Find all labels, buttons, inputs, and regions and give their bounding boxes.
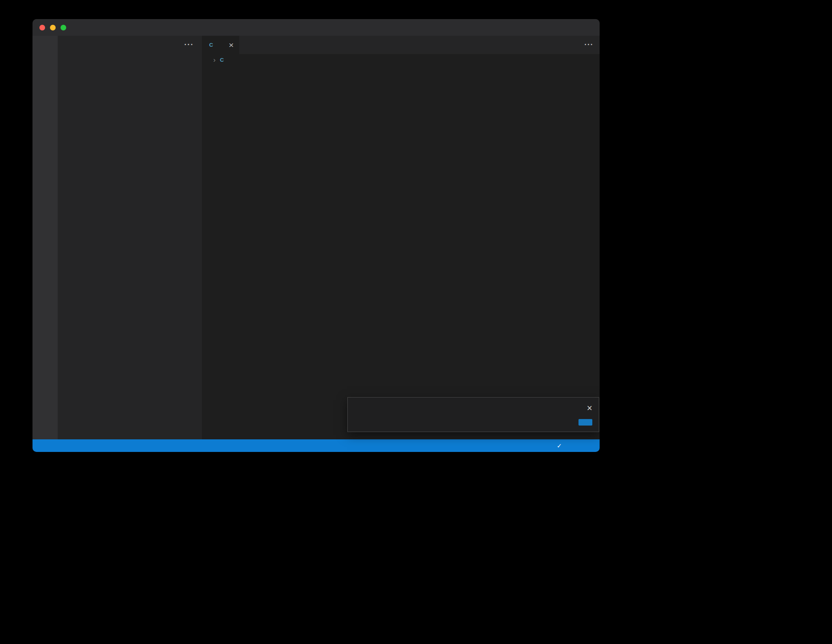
open-changes-icon[interactable]	[526, 41, 535, 49]
vscode-window: ··· C ×	[32, 19, 600, 452]
layout-controls	[545, 24, 600, 32]
feedback-icon[interactable]	[572, 442, 579, 449]
traffic-lights	[32, 25, 66, 30]
toggle-sidebar-icon[interactable]	[545, 24, 553, 32]
code-area[interactable]	[202, 66, 555, 439]
info-icon	[354, 404, 363, 413]
editor-group: C × ··· › C	[202, 36, 600, 439]
tabnine-icon	[115, 442, 122, 449]
notification-close-icon[interactable]: ×	[587, 404, 592, 412]
editor-actions: ···	[511, 36, 600, 54]
status-bar: ✓	[32, 439, 600, 452]
navigate-forward-icon[interactable]	[541, 41, 549, 49]
notification-toast: ×	[347, 397, 599, 432]
breadcrumb[interactable]: › C	[202, 54, 600, 66]
minimap[interactable]	[555, 66, 600, 439]
git-branch-icon	[38, 442, 45, 449]
blame-annotation[interactable]	[239, 66, 555, 76]
tab-main-c[interactable]: C ×	[202, 36, 239, 54]
minimize-window-button[interactable]	[50, 25, 56, 30]
check-icon: ✓	[557, 442, 562, 450]
timeline-icon[interactable]	[555, 41, 564, 49]
navigate-back-icon[interactable]	[511, 41, 520, 49]
toggle-panel-icon[interactable]	[559, 24, 567, 32]
file-tree	[58, 53, 202, 439]
spell-check-status[interactable]: ✓	[557, 442, 564, 450]
c-file-icon: C	[219, 57, 225, 63]
tree-root-pipex[interactable]	[58, 53, 202, 65]
split-editor-icon[interactable]	[570, 41, 578, 49]
more-actions-icon[interactable]: ···	[585, 41, 594, 49]
status-branch[interactable]	[38, 442, 47, 449]
tabnine-status[interactable]	[115, 442, 124, 449]
notification-settings-icon[interactable]	[573, 404, 581, 412]
git-graph-icon[interactable]	[67, 442, 74, 449]
zoom-window-button[interactable]	[61, 25, 66, 30]
toggle-secondary-sidebar-icon[interactable]	[572, 24, 580, 32]
sidebar: ···	[58, 36, 202, 439]
chevron-right-icon: ›	[213, 56, 216, 64]
errors-icon	[81, 442, 88, 449]
sync-icon[interactable]	[54, 442, 61, 449]
customize-layout-icon[interactable]	[585, 24, 594, 32]
more-actions-icon[interactable]: ···	[184, 40, 194, 49]
sidebar-header: ···	[58, 36, 202, 53]
tab-bar: C × ···	[202, 36, 600, 54]
titlebar	[32, 19, 600, 36]
reload-window-button[interactable]	[578, 419, 592, 426]
problems-status[interactable]	[81, 442, 101, 449]
activity-bar	[32, 36, 58, 439]
c-file-icon: C	[208, 42, 214, 48]
close-tab-icon[interactable]: ×	[229, 41, 234, 49]
notifications-bell-icon[interactable]	[588, 442, 595, 449]
chevron-down-icon	[61, 56, 68, 63]
close-window-button[interactable]	[39, 25, 45, 30]
warnings-icon	[92, 442, 99, 449]
